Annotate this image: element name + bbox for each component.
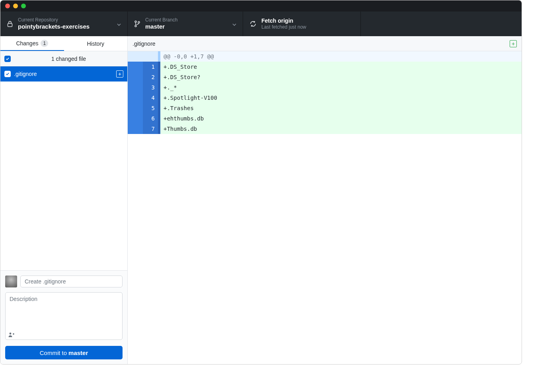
diff-line[interactable]: 4 +.Spotlight-V100	[128, 93, 522, 103]
tab-changes-count: 1	[41, 40, 48, 47]
tab-changes[interactable]: Changes 1	[0, 36, 64, 51]
line-number: 1	[143, 62, 158, 72]
diff-line[interactable]: 5 +.Trashes	[128, 103, 522, 113]
line-code: +.DS_Store?	[160, 72, 522, 82]
diff-line[interactable]: 7 +Thumbs.db	[128, 124, 522, 134]
line-code: +Thumbs.db	[160, 124, 522, 134]
diff-line[interactable]: 1 +.DS_Store	[128, 62, 522, 72]
sidebar: Changes 1 History 1 changed file	[0, 36, 128, 364]
line-code: +._*	[160, 82, 522, 93]
fetch-title: Fetch origin	[261, 17, 306, 25]
svg-point-1	[135, 21, 136, 23]
branch-name: master	[145, 23, 177, 31]
file-added-icon: +	[116, 70, 123, 78]
svg-point-3	[138, 21, 140, 23]
window-close-button[interactable]	[5, 4, 10, 8]
commit-button-prefix: Commit to	[40, 349, 67, 356]
file-checkbox[interactable]	[4, 71, 11, 77]
chevron-down-icon	[232, 21, 236, 27]
tab-history[interactable]: History	[64, 36, 128, 51]
lock-icon	[7, 20, 13, 27]
chevron-down-icon	[117, 21, 121, 27]
fetch-origin-button[interactable]: Fetch origin Last fetched just now	[243, 12, 361, 36]
changes-header: 1 changed file	[0, 51, 127, 66]
diff-added-icon: +	[510, 40, 517, 47]
diff-line[interactable]: 2 +.DS_Store?	[128, 72, 522, 82]
line-code: +.Trashes	[160, 103, 522, 113]
git-branch-icon	[134, 20, 140, 27]
file-name: .gitignore	[14, 71, 113, 77]
add-coauthor-icon[interactable]	[8, 332, 15, 339]
line-code: +.Spotlight-V100	[160, 93, 522, 103]
titlebar	[0, 0, 522, 12]
tab-history-label: History	[87, 41, 104, 47]
changed-file-row[interactable]: .gitignore +	[0, 66, 127, 82]
sync-icon	[249, 20, 257, 27]
line-number: 5	[143, 103, 158, 113]
repo-name: pointybrackets-exercises	[18, 23, 90, 31]
diff-line[interactable]: 3 +._*	[128, 82, 522, 93]
changed-files-list: .gitignore +	[0, 66, 127, 270]
window-zoom-button[interactable]	[21, 4, 26, 8]
fetch-subtitle: Last fetched just now	[261, 24, 306, 30]
commit-button[interactable]: Commit to master	[5, 346, 123, 359]
line-number: 2	[143, 72, 158, 82]
hunk-text: @@ -0,0 +1,7 @@	[160, 51, 522, 62]
commit-button-branch: master	[68, 349, 88, 356]
diff-file-header: .gitignore +	[128, 36, 522, 51]
app-window: Current Repository pointybrackets-exerci…	[0, 0, 522, 365]
body: Changes 1 History 1 changed file	[0, 36, 522, 364]
svg-point-4	[10, 333, 12, 335]
diff-hunk-header: @@ -0,0 +1,7 @@	[128, 51, 522, 62]
line-number: 4	[143, 93, 158, 103]
commit-summary-input[interactable]	[20, 276, 123, 287]
repo-label: Current Repository	[18, 17, 90, 23]
changed-files-count: 1 changed file	[14, 56, 123, 62]
commit-description-input[interactable]	[5, 292, 123, 340]
diff-pane: .gitignore + @@ -0,0 +1,7 @@ 1 +.DS_Stor…	[128, 36, 522, 364]
window-minimize-button[interactable]	[13, 4, 18, 8]
line-number: 6	[143, 113, 158, 124]
avatar	[5, 276, 17, 287]
commit-form: Commit to master	[0, 270, 127, 364]
diff-content: @@ -0,0 +1,7 @@ 1 +.DS_Store 2 +.DS_Stor…	[128, 51, 522, 134]
tab-changes-label: Changes	[16, 40, 38, 47]
branch-selector[interactable]: Current Branch master	[128, 12, 243, 36]
diff-file-title: .gitignore	[132, 41, 506, 47]
line-number: 7	[143, 124, 158, 134]
svg-point-2	[135, 25, 136, 27]
svg-rect-0	[8, 23, 12, 27]
toolbar: Current Repository pointybrackets-exerci…	[0, 12, 522, 36]
line-code: +ehthumbs.db	[160, 113, 522, 124]
branch-label: Current Branch	[145, 17, 177, 23]
sidebar-tabs: Changes 1 History	[0, 36, 127, 51]
diff-line[interactable]: 6 +ehthumbs.db	[128, 113, 522, 124]
select-all-checkbox[interactable]	[4, 56, 11, 62]
line-number: 3	[143, 82, 158, 93]
repository-selector[interactable]: Current Repository pointybrackets-exerci…	[0, 12, 128, 36]
line-code: +.DS_Store	[160, 62, 522, 72]
